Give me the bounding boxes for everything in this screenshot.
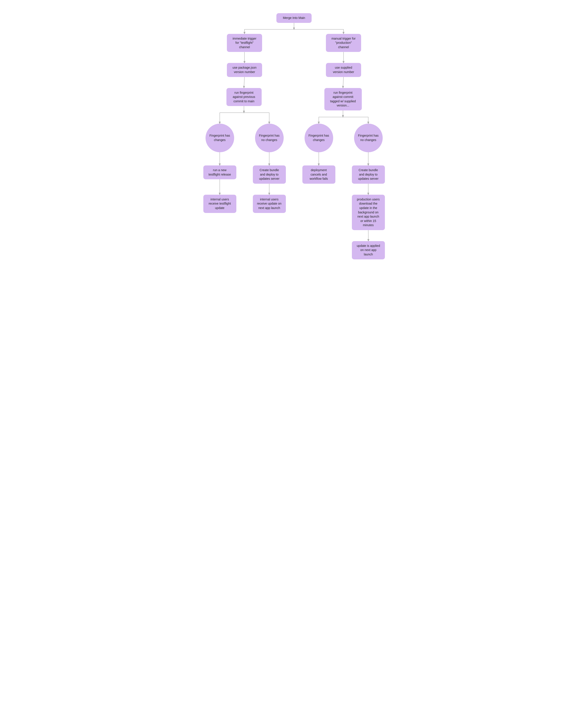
flowchart-diagram: Merge Into Main immediate trigger for "t… [195, 9, 393, 268]
fp-nochanges-left-node: Fingerprint has no changes [255, 124, 284, 152]
new-testflight-node: run a new testflight release [203, 166, 236, 179]
production-download-node: production users download the update in … [352, 195, 385, 230]
merge-node: Merge Into Main [276, 13, 312, 23]
fingerprint-tagged-node: run fingerprint against commit tagged w/… [325, 88, 362, 110]
fingerprint-previous-node: run fingerprint against previous commit … [226, 88, 262, 106]
update-applied-node: update is applied on next app launch [352, 241, 385, 259]
fp-changes-right-node: Fingerprint has changes [305, 124, 333, 152]
version-package-node: use package.json version number [227, 63, 262, 77]
internal-testflight-node: internal users receive testflight update [203, 195, 236, 213]
version-supplied-node: use supplied version number [326, 63, 361, 77]
fp-nochanges-right-node: Fingerprint has no changes [354, 124, 383, 152]
trigger-production-node: manual trigger for "production" channel [326, 34, 361, 52]
internal-update-node: internal users receive update on next ap… [253, 195, 286, 213]
deployment-cancels-node: deployment cancels and workflow fails [302, 166, 335, 184]
bundle-deploy-left-node: Create bundle and deploy to updates serv… [253, 166, 286, 184]
trigger-testflight-node: immediate trigger for "testflight" chann… [227, 34, 262, 52]
fp-changes-left-node: Fingerprint has changes [205, 124, 234, 152]
bundle-deploy-right-node: Create bundle and deploy to updates serv… [352, 166, 385, 184]
